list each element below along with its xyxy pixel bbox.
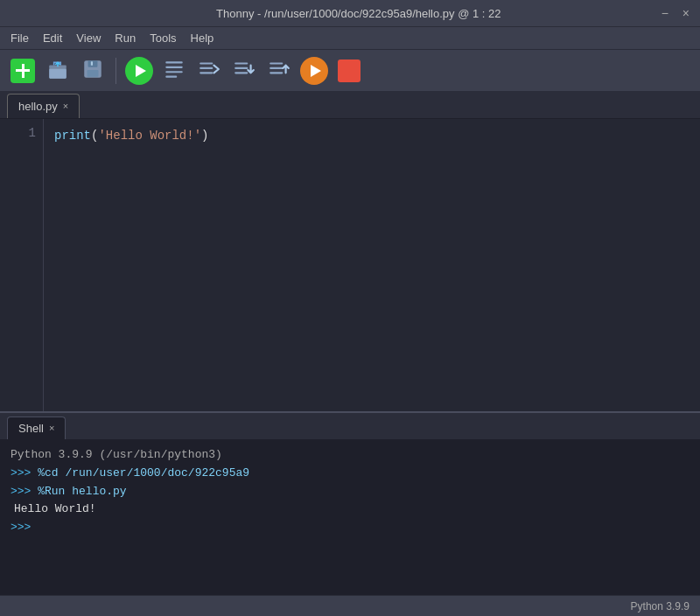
resume-icon [300, 57, 328, 85]
tab-close-button[interactable]: × [63, 102, 68, 111]
shell-panel: Shell × Python 3.9.9 (/usr/bin/python3) … [0, 411, 700, 595]
menu-view[interactable]: View [69, 30, 108, 46]
svg-rect-9 [165, 76, 177, 78]
save-file-button[interactable] [77, 55, 108, 87]
menu-file[interactable]: File [4, 30, 36, 46]
new-file-button[interactable] [7, 55, 38, 87]
shell-hello-world-output: Hello World! [10, 500, 690, 519]
toolbar-separator-1 [116, 58, 116, 84]
step-into-icon [233, 58, 256, 83]
shell-tab[interactable]: Shell × [7, 416, 66, 439]
shell-prompt-1: >>> [10, 466, 38, 480]
menu-edit[interactable]: Edit [36, 30, 69, 46]
svg-rect-11 [200, 67, 213, 69]
shell-python-version: Python 3.9.9 (/usr/bin/python3) [10, 446, 690, 465]
shell-tab-label: Shell [18, 422, 44, 435]
menu-help[interactable]: Help [184, 30, 221, 46]
shell-prompt-2: >>> [10, 485, 38, 498]
svg-rect-14 [234, 67, 248, 69]
new-file-icon [10, 59, 35, 83]
window-controls: − × [658, 5, 693, 21]
step-over-icon [198, 58, 220, 83]
step-over-button[interactable] [193, 55, 225, 87]
shell-cmd-run: %Run hello.py [38, 485, 126, 498]
close-button[interactable]: × [679, 5, 693, 21]
svg-rect-12 [200, 72, 213, 74]
open-file-button[interactable] [42, 55, 74, 87]
window-title: Thonny - /run/user/1000/doc/922c95a9/hel… [60, 7, 658, 20]
shell-output[interactable]: Python 3.9.9 (/usr/bin/python3) >>> %cd … [0, 439, 700, 595]
shell-line-cd: >>> %cd /run/user/1000/doc/922c95a9 [10, 465, 690, 483]
status-bar: Python 3.9.9 [0, 595, 700, 616]
shell-tab-close[interactable]: × [49, 424, 54, 433]
step-out-button[interactable] [263, 55, 295, 87]
svg-rect-10 [200, 62, 213, 64]
svg-rect-16 [270, 62, 283, 64]
shell-cmd-cd: %cd /run/user/1000/doc/922c95a9 [38, 466, 249, 480]
step-out-icon [268, 58, 290, 83]
code-line-1: print('Hello World!') [54, 126, 690, 145]
editor-area[interactable]: 1 print('Hello World!') [0, 119, 700, 411]
shell-line-empty[interactable]: >>> [10, 519, 690, 537]
shell-prompt-empty: >>> [10, 521, 31, 534]
debug-lines-button[interactable] [158, 55, 190, 87]
title-bar: Thonny - /run/user/1000/doc/922c95a9/hel… [0, 0, 700, 26]
step-into-button[interactable] [228, 55, 260, 87]
stop-button[interactable] [333, 55, 365, 87]
open-file-icon [46, 59, 70, 83]
line-numbers: 1 [0, 119, 44, 411]
stop-icon [338, 60, 360, 82]
save-file-icon [81, 58, 104, 83]
menu-bar: File Edit View Run Tools Help [0, 26, 700, 49]
svg-rect-5 [91, 61, 93, 65]
toolbar [0, 49, 700, 91]
minimize-button[interactable]: − [658, 5, 672, 21]
menu-tools[interactable]: Tools [143, 30, 183, 46]
status-python-version: Python 3.9.9 [631, 600, 690, 612]
svg-rect-7 [165, 66, 183, 68]
editor-tabs-bar: hello.py × [0, 91, 700, 119]
tab-hello-py[interactable]: hello.py × [7, 94, 80, 118]
svg-rect-1 [49, 68, 66, 78]
svg-rect-15 [234, 72, 248, 74]
run-icon [125, 57, 153, 85]
svg-rect-4 [88, 70, 99, 77]
code-content[interactable]: print('Hello World!') [44, 119, 700, 411]
menu-run[interactable]: Run [108, 30, 143, 46]
resume-button[interactable] [298, 55, 330, 87]
run-button[interactable] [123, 55, 155, 87]
shell-tabs-bar: Shell × [0, 413, 700, 439]
svg-rect-13 [234, 62, 248, 64]
tab-label: hello.py [18, 100, 58, 113]
svg-rect-8 [165, 71, 183, 73]
shell-line-run: >>> %Run hello.py [10, 483, 690, 501]
svg-rect-18 [270, 72, 283, 74]
svg-rect-6 [165, 61, 183, 63]
debug-lines-icon [163, 58, 186, 83]
svg-rect-17 [270, 67, 283, 69]
